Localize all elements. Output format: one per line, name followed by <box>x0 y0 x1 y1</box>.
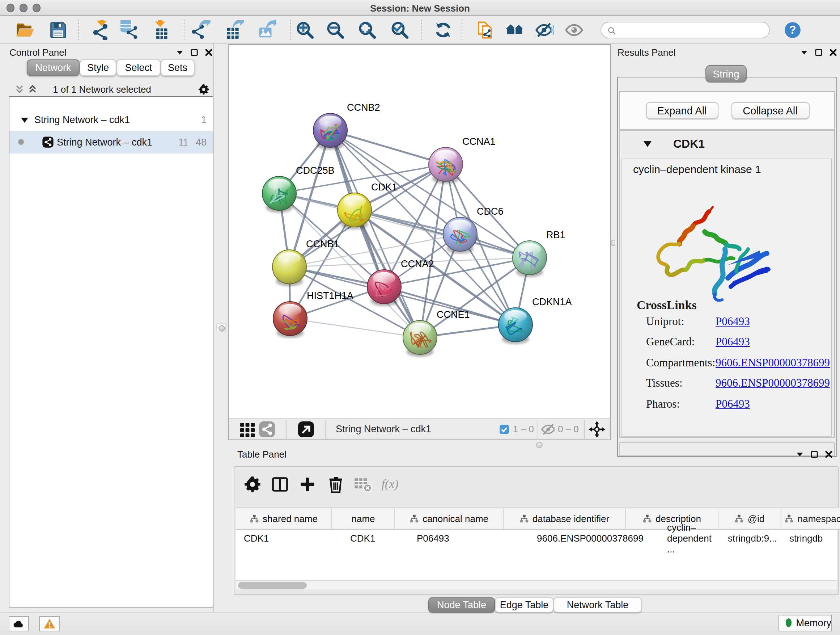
column-header-id[interactable]: @id <box>718 508 782 530</box>
results-panel-restore-icon[interactable] <box>814 49 822 57</box>
import-network-database-icon[interactable] <box>118 20 139 40</box>
control-panel-restore-icon[interactable] <box>190 49 198 57</box>
network-node-CCNA1[interactable] <box>429 147 463 184</box>
network-edge[interactable] <box>290 318 420 337</box>
pan-move-icon[interactable] <box>588 420 606 438</box>
table-panel-restore-icon[interactable] <box>810 450 818 458</box>
table-cell[interactable]: P06493 <box>395 530 504 547</box>
table-cell[interactable]: CDK1 <box>332 530 395 547</box>
show-selected-icon[interactable] <box>564 20 584 40</box>
export-table-icon[interactable] <box>224 20 244 40</box>
control-panel-close-icon[interactable] <box>205 49 213 57</box>
table-tab-node-table[interactable]: Node Table <box>428 597 495 612</box>
crosslink-link[interactable]: P06493 <box>715 335 750 348</box>
crosslink-link[interactable]: 9606.ENSP00000378699 <box>715 377 830 390</box>
open-in-window-icon[interactable] <box>297 420 315 438</box>
control-tab-sets[interactable]: Sets <box>161 59 195 76</box>
table-panel-float-icon[interactable] <box>796 450 804 458</box>
collection-expand-caret-icon[interactable] <box>21 116 28 123</box>
memory-button[interactable]: Memory <box>778 615 832 631</box>
left-splitter-handle[interactable] <box>216 323 226 333</box>
open-session-icon[interactable] <box>14 20 35 40</box>
network-node-CCNA2[interactable] <box>367 270 401 306</box>
control-tab-select[interactable]: Select <box>117 59 161 76</box>
table-cell[interactable]: stringdb <box>782 530 840 547</box>
network-node-CDC25B[interactable] <box>262 176 296 213</box>
network-canvas[interactable]: CCNB2CCNA1CDC25BCDK1CDC6RB1CCNB1CCNA2CDK… <box>228 44 610 440</box>
show-all-networks-icon[interactable] <box>504 20 524 40</box>
hidden-eye-slash-icon[interactable] <box>540 420 557 438</box>
string-tab-icon[interactable] <box>258 420 276 438</box>
zoom-fit-icon[interactable] <box>357 20 377 40</box>
show-columns-icon[interactable] <box>271 475 289 494</box>
column-header-canonicalname[interactable]: canonical name <box>395 508 504 530</box>
bottom-splitter-handle[interactable] <box>536 441 543 448</box>
table-cell[interactable]: stringdb:9... <box>718 530 782 547</box>
table-hscrollbar-thumb[interactable] <box>238 582 307 588</box>
network-node-CCNB1[interactable] <box>272 250 306 287</box>
network-node-CDC6[interactable] <box>443 217 477 254</box>
expand-all-button[interactable]: Expand All <box>646 102 718 119</box>
table-cell[interactable]: CDK1 <box>236 530 332 547</box>
network-node-HIST1H1A[interactable] <box>273 302 307 338</box>
results-tab-string[interactable]: String <box>706 65 747 82</box>
warning-status-button[interactable] <box>39 616 60 631</box>
network-node-CDKN1A[interactable] <box>499 308 532 344</box>
export-image-icon[interactable] <box>256 20 276 40</box>
network-node-CCNB2[interactable] <box>313 113 347 150</box>
section-header[interactable]: CDK1 <box>620 131 834 157</box>
import-table-file-icon[interactable] <box>150 20 171 40</box>
table-panel-close-icon[interactable] <box>825 450 833 458</box>
crosslink-link[interactable]: P06493 <box>715 315 750 328</box>
node-table[interactable]: shared nameCDK1nameCDK1canonical nameP06… <box>236 508 837 580</box>
table-cell[interactable]: 9606.ENSP00000378699 <box>504 530 626 547</box>
network-edge[interactable] <box>330 130 420 337</box>
import-network-file-icon[interactable] <box>90 20 111 40</box>
table-cell[interactable]: cyclin–dependent ... <box>626 530 718 547</box>
results-panel-float-icon[interactable] <box>800 49 808 57</box>
network-node-CCNE1[interactable] <box>403 320 437 357</box>
search-input[interactable] <box>600 21 770 38</box>
birds-eye-view-icon[interactable] <box>239 420 256 438</box>
crosslink-link[interactable]: P06493 <box>715 397 750 410</box>
control-panel-float-icon[interactable] <box>176 49 184 57</box>
refresh-view-icon[interactable] <box>433 20 453 40</box>
network-edge[interactable] <box>289 267 420 337</box>
table-hscrollbar[interactable] <box>236 580 837 589</box>
network-collection-row[interactable]: String Network – cdk1 1 <box>9 108 212 131</box>
control-tab-style[interactable]: Style <box>80 59 117 76</box>
crosslink-link[interactable]: 9606.ENSP00000378699 <box>715 356 830 369</box>
help-icon[interactable] <box>782 20 802 40</box>
column-header-name[interactable]: name <box>332 508 395 530</box>
column-sort-icon <box>735 514 744 524</box>
network-options-gear-icon[interactable] <box>197 83 210 95</box>
column-header-namespace[interactable]: namespace <box>782 508 840 530</box>
column-header-sharedname[interactable]: shared name <box>236 508 332 530</box>
table-settings-gear-icon[interactable] <box>243 475 262 494</box>
collapse-all-button[interactable]: Collapse All <box>731 102 809 119</box>
zoom-selected-icon[interactable] <box>389 20 409 40</box>
selected-checkbox-icon[interactable] <box>499 424 509 434</box>
network-row-selected[interactable]: String Network – cdk1 11 48 <box>9 131 212 153</box>
window-title: Session: New Session <box>0 3 840 13</box>
zoom-out-icon[interactable] <box>325 20 345 40</box>
network-edge[interactable] <box>330 130 446 165</box>
add-column-icon[interactable] <box>298 475 317 494</box>
zoom-in-icon[interactable] <box>294 20 315 40</box>
network-node-RB1[interactable] <box>513 241 546 277</box>
function-builder-icon[interactable]: f(x) <box>381 475 399 494</box>
delete-table-icon[interactable] <box>353 475 372 494</box>
table-tab-network-table[interactable]: Network Table <box>554 597 642 612</box>
control-tab-network[interactable]: Network <box>27 59 80 76</box>
delete-column-trash-icon[interactable] <box>326 475 345 494</box>
save-session-icon[interactable] <box>48 20 68 40</box>
hide-selected-icon[interactable] <box>534 20 554 40</box>
cloud-status-button[interactable] <box>8 616 29 631</box>
export-network-file-icon[interactable] <box>190 20 210 40</box>
results-panel-close-icon[interactable] <box>829 49 837 57</box>
section-collapse-caret-icon[interactable] <box>643 141 652 148</box>
network-node-CDK1[interactable] <box>338 193 371 230</box>
clone-network-icon[interactable] <box>475 20 495 40</box>
column-header-databaseidentifier[interactable]: database identifier <box>504 508 626 530</box>
table-tab-edge-table[interactable]: Edge Table <box>495 597 554 612</box>
